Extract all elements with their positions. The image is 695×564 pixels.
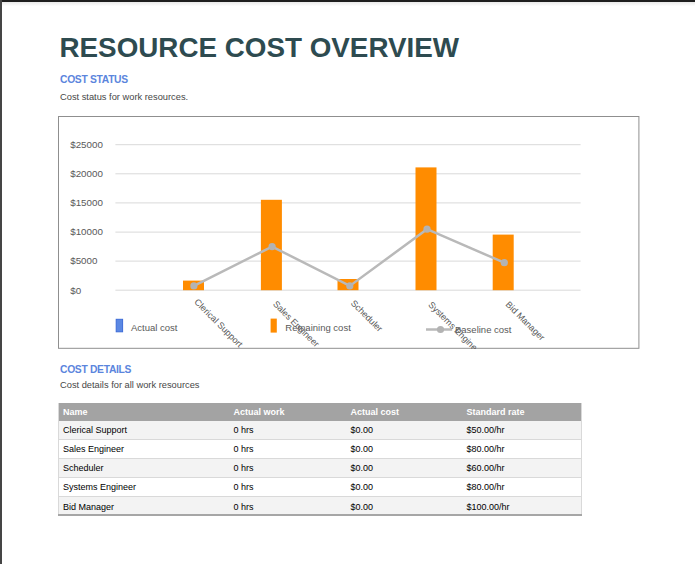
svg-text:$15000: $15000 — [70, 197, 103, 208]
svg-text:$10000: $10000 — [70, 226, 103, 237]
svg-text:Remaining cost: Remaining cost — [285, 322, 351, 333]
svg-text:$25000: $25000 — [70, 139, 103, 150]
svg-text:$5000: $5000 — [70, 255, 98, 266]
svg-text:$0: $0 — [70, 285, 81, 296]
svg-text:Actual cost: Actual cost — [131, 322, 178, 333]
svg-text:Baseline cost: Baseline cost — [455, 324, 512, 335]
svg-text:$20000: $20000 — [70, 168, 103, 179]
